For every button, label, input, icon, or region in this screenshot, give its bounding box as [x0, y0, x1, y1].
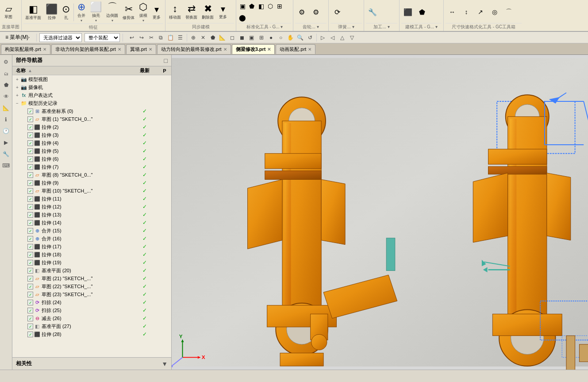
expand-model-view[interactable]: +: [14, 77, 20, 82]
more-sync-btn[interactable]: ▾ 更多: [216, 3, 230, 21]
merge-btn[interactable]: ⊕ 合并 ▾: [76, 1, 87, 23]
dim-tool-4[interactable]: ◎: [488, 8, 501, 16]
draft-btn[interactable]: ⬡ 拔模 ▾: [137, 1, 149, 23]
more-feature-btn[interactable]: ▾ 更多: [150, 4, 163, 21]
mb-icon-paste[interactable]: 📋: [166, 33, 175, 42]
mb-icon-snap[interactable]: ⊕: [189, 33, 198, 42]
checkbox-subtract26[interactable]: ✓: [27, 316, 33, 321]
filter-select[interactable]: 无选择过滤器: [39, 33, 82, 42]
trim-btn[interactable]: ✂ 修剪体: [121, 3, 136, 22]
checkbox-extrude2[interactable]: ✓: [27, 124, 33, 130]
checkbox-extrude17[interactable]: ✓: [27, 244, 33, 250]
left-icon-tool2[interactable]: 🔧: [1, 149, 12, 159]
expand-user-expr[interactable]: +: [14, 93, 20, 98]
mb-icon-render[interactable]: ●: [267, 33, 276, 42]
checkbox-merge16[interactable]: ✓: [27, 236, 33, 242]
mb-icon-copy[interactable]: ⧉: [157, 33, 165, 42]
left-icon-nav[interactable]: 🗂: [1, 68, 12, 79]
checkbox-sweep25[interactable]: ✓: [27, 308, 33, 313]
checkbox-sketch1[interactable]: ✓: [27, 116, 33, 122]
checkbox-sketch8[interactable]: ✓: [27, 172, 33, 178]
checkbox-sweep24[interactable]: ✓: [27, 300, 33, 305]
mb-icon-cut[interactable]: ✂: [147, 33, 156, 42]
tree-item-model-view[interactable]: + 📷 模型视图: [12, 75, 171, 83]
tree-item-plane20[interactable]: ✓ ◧ 基准平面 (20) ✓: [12, 266, 171, 274]
tree-item-model-history[interactable]: − 📁 模型历史记录: [12, 99, 171, 107]
tree-item-extrude17[interactable]: ✓ ⬛ 拉伸 (17) ✓: [12, 243, 171, 251]
left-icon-clock[interactable]: 🕐: [1, 126, 12, 136]
checkbox-extrude4[interactable]: ✓: [27, 140, 33, 146]
gear-dropdown[interactable]: ▾: [317, 24, 319, 29]
tree-item-extrude28[interactable]: ✓ ⬛ 拉伸 (28) ✓: [12, 330, 171, 338]
tab-4[interactable]: 动力转向架的最终装修改.prt ✕: [157, 44, 231, 54]
mb-icon-orient[interactable]: ⬟: [208, 33, 217, 42]
checkbox-extrude13[interactable]: ✓: [27, 212, 33, 218]
tab-5-close[interactable]: ✕: [267, 47, 271, 52]
main-menu[interactable]: ≡ 菜单(M)·: [2, 33, 34, 42]
mb-icon-constraint[interactable]: ⊞: [257, 33, 266, 42]
expand-camera[interactable]: +: [14, 85, 20, 90]
checkbox-sketch22[interactable]: ✓: [27, 284, 33, 289]
left-icon-play[interactable]: ▶: [1, 137, 12, 148]
tab-2-close[interactable]: ✕: [118, 47, 121, 52]
checkbox-extrude11[interactable]: ✓: [27, 196, 33, 202]
mb-icon-select-filter[interactable]: ☰: [176, 33, 185, 42]
left-icon-view[interactable]: 👁: [1, 91, 12, 102]
checkbox-plane20[interactable]: ✓: [27, 268, 33, 274]
baseplane-btn[interactable]: ◧ 基准平面: [23, 3, 43, 22]
gear-tool-1[interactable]: ⚙: [295, 7, 308, 17]
spring-tool-1[interactable]: ⟳: [331, 7, 344, 17]
delete-face-btn[interactable]: ✖ 删除面: [200, 3, 215, 21]
tree-scroll[interactable]: + 📷 模型视图 + 📷 摄像机 + fx 用户表达式 − 📁: [12, 75, 171, 357]
std-tool-3[interactable]: ◧: [257, 2, 265, 10]
checkbox-extrude7[interactable]: ✓: [27, 164, 33, 170]
assembly-select[interactable]: 整个装配: [85, 33, 120, 42]
modeling-tool-2[interactable]: ⬟: [415, 7, 429, 17]
mb-icon-pan[interactable]: ✋: [286, 33, 295, 42]
sidebar-collapse-btn[interactable]: ▼: [161, 360, 168, 367]
mb-icon-extra2[interactable]: ◁: [328, 33, 337, 42]
left-icon-keyboard[interactable]: ⌨: [1, 160, 12, 171]
checkbox-datum-cs[interactable]: ✓: [27, 108, 33, 114]
tree-item-extrude13[interactable]: ✓ ⬛ 拉伸 (13) ✓: [12, 211, 171, 219]
sidebar-maximize-btn[interactable]: □: [164, 57, 168, 64]
mb-icon-snap2[interactable]: ✕: [199, 33, 208, 42]
std-tool-5[interactable]: ⊞: [275, 2, 284, 10]
mb-icon-view1[interactable]: ◻: [228, 33, 237, 42]
dim-tool-2[interactable]: ↕: [460, 8, 473, 16]
machining-dropdown[interactable]: ▾: [388, 24, 390, 29]
spring-dropdown[interactable]: ▾: [352, 24, 354, 29]
tab-4-close[interactable]: ✕: [223, 47, 227, 52]
tab-3[interactable]: 翼墙.prt ✕: [126, 44, 156, 54]
tree-item-extrude7[interactable]: ✓ ⬛ 拉伸 (7) ✓: [12, 163, 171, 171]
checkbox-extrude14[interactable]: ✓: [27, 220, 33, 226]
mb-icon-undo[interactable]: ↩: [127, 33, 136, 42]
viewport-3d[interactable]: X Y: [172, 55, 588, 370]
checkbox-merge15[interactable]: ✓: [27, 228, 33, 234]
tree-item-extrude12[interactable]: ✓ ⬛ 拉伸 (12) ✓: [12, 203, 171, 211]
left-icon-info[interactable]: ℹ: [1, 114, 12, 125]
tree-item-extrude14[interactable]: ✓ ⬛ 拉伸 (14) ✓: [12, 219, 171, 227]
tree-item-extrude19[interactable]: ✓ ⬛ 拉伸 (19) ✓: [12, 259, 171, 266]
tree-item-plane27[interactable]: ✓ ◧ 基准平面 (27) ✓: [12, 322, 171, 330]
tree-item-sketch8[interactable]: ✓ ▱ 草图 (8) "SKETCH_0..." ✓: [12, 171, 171, 179]
tab-1[interactable]: 构架装配最终.prt ✕: [1, 44, 50, 54]
replace-face-btn[interactable]: ⇄ 替换面: [184, 3, 199, 21]
checkbox-extrude6[interactable]: ✓: [27, 156, 33, 162]
left-icon-measure[interactable]: 📐: [1, 103, 12, 113]
mb-icon-extra1[interactable]: ▷: [319, 33, 327, 42]
tab-6[interactable]: 动画装配.prt ✕: [276, 44, 315, 54]
sort-icon[interactable]: ▲: [28, 68, 32, 73]
mb-icon-light[interactable]: ○: [277, 33, 285, 42]
std-tool-4[interactable]: ⬡: [266, 2, 275, 10]
checkbox-extrude9[interactable]: ✓: [27, 180, 33, 186]
expand-model-history[interactable]: −: [14, 101, 20, 106]
tab-2[interactable]: 非动力转向架的最终装配.prt ✕: [51, 44, 125, 54]
checkbox-sketch10[interactable]: ✓: [27, 188, 33, 194]
standard-section-dropdown[interactable]: ▾: [281, 24, 283, 29]
tree-item-sweep25[interactable]: ✓ ⟳ 扫掠 (25) ✓: [12, 306, 171, 314]
checkbox-extrude5[interactable]: ✓: [27, 148, 33, 154]
tab-1-close[interactable]: ✕: [43, 47, 46, 52]
mb-icon-extra3[interactable]: △: [338, 33, 347, 42]
tree-item-datum-cs[interactable]: ✓ ⊞ 基准坐标系 (0) ✓: [12, 107, 171, 115]
